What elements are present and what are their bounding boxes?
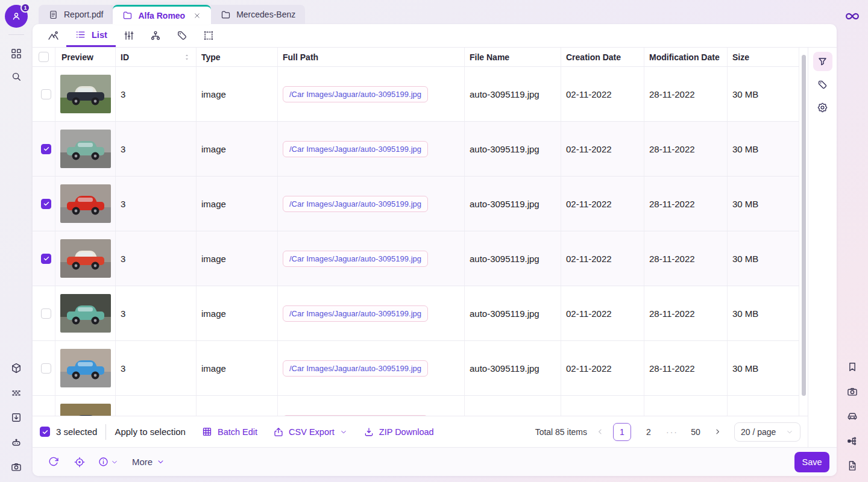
- car-photo: [60, 130, 111, 168]
- preview-thumbnail[interactable]: [60, 294, 111, 333]
- select-all-checkbox[interactable]: [39, 52, 49, 62]
- full-path-chip[interactable]: /Car Images/Jaguar/auto-3095199.jpg: [283, 251, 428, 267]
- column-header-full-path: Full Path: [278, 48, 465, 66]
- table-row[interactable]: 3 image /Car Images/Jaguar/auto-3095199.…: [33, 67, 799, 122]
- transform-icon[interactable]: [195, 24, 222, 47]
- refresh-icon[interactable]: [40, 450, 66, 474]
- filter-icon[interactable]: [813, 52, 832, 71]
- page-jump-ellipsis[interactable]: ···: [666, 427, 678, 437]
- full-path-chip[interactable]: /Car Images/Jaguar/auto-3095199.jpg: [283, 86, 428, 102]
- preview-thumbnail[interactable]: [60, 239, 111, 278]
- more-button[interactable]: More: [132, 457, 165, 467]
- file-code-icon[interactable]: [840, 454, 864, 477]
- page-button-2[interactable]: 2: [640, 423, 658, 441]
- cell-file-name: auto-3095119.jpg: [465, 67, 561, 121]
- table-row[interactable]: 3 image /Car Images/Jaguar/auto-3095199.…: [33, 396, 799, 416]
- column-header-file-name: File Name: [465, 48, 561, 66]
- page-button-50[interactable]: 50: [687, 423, 705, 441]
- vertical-scrollbar[interactable]: [802, 55, 806, 396]
- sort-icon[interactable]: [183, 53, 190, 61]
- tag-icon[interactable]: [169, 24, 195, 47]
- cell-type: image: [197, 286, 278, 340]
- tab-report-pdf[interactable]: Report.pdf: [39, 5, 113, 24]
- car-photo: [60, 184, 111, 223]
- target-icon[interactable]: [66, 450, 93, 474]
- cell-modification-date: 28-11-2022: [644, 396, 728, 416]
- zip-download-button[interactable]: ZIP Download: [363, 427, 434, 437]
- column-header-id[interactable]: ID: [116, 48, 197, 66]
- row-checkbox[interactable]: [41, 144, 51, 154]
- table-row[interactable]: 3 image /Car Images/Jaguar/auto-3095199.…: [33, 286, 799, 341]
- cell-size: 30 MB: [728, 396, 799, 416]
- right-rail: [837, 0, 868, 482]
- car-photo: [60, 404, 111, 416]
- right-tools-sidebar: [808, 48, 837, 447]
- image-icon[interactable]: [40, 24, 66, 47]
- preview-thumbnail[interactable]: [60, 349, 111, 387]
- chevron-down-icon: [110, 458, 119, 466]
- full-path-chip[interactable]: /Car Images/Jaguar/auto-3095199.jpg: [283, 305, 428, 322]
- cell-modification-date: 28-11-2022: [644, 177, 728, 231]
- tab-alfa-romeo[interactable]: Alfa Romeo: [113, 5, 211, 24]
- list-icon: [75, 29, 86, 40]
- prev-page-button[interactable]: [596, 427, 605, 436]
- car-icon[interactable]: [840, 405, 864, 428]
- bricks-icon[interactable]: [4, 381, 28, 404]
- csv-export-button[interactable]: CSV Export: [273, 427, 348, 437]
- car-photo: [60, 294, 111, 333]
- row-checkbox[interactable]: [41, 308, 51, 319]
- dashboard-grid-icon[interactable]: [4, 42, 28, 65]
- bookmark-icon[interactable]: [840, 355, 864, 378]
- row-checkbox[interactable]: [41, 363, 51, 374]
- flow-icon[interactable]: [840, 430, 864, 452]
- tab-label: Mercedes-Benz: [236, 10, 295, 19]
- cell-file-name: auto-3095119.jpg: [465, 231, 561, 286]
- cell-type: image: [197, 122, 278, 176]
- info-menu-button[interactable]: [93, 456, 124, 468]
- left-rail: 1: [0, 0, 33, 482]
- cell-file-name: auto-3095119.jpg: [465, 286, 561, 340]
- row-checkbox[interactable]: [41, 254, 51, 264]
- save-button[interactable]: Save: [794, 452, 829, 472]
- avatar[interactable]: 1: [5, 5, 28, 28]
- full-path-chip[interactable]: /Car Images/Jaguar/auto-3095199.jpg: [283, 360, 428, 377]
- table-row[interactable]: 3 image /Car Images/Jaguar/auto-3095199.…: [33, 177, 799, 231]
- tab-label: Alfa Romeo: [138, 11, 185, 20]
- column-header-size: Size: [728, 48, 799, 66]
- row-checkbox[interactable]: [41, 89, 51, 99]
- table-header: Preview ID Type Full Path File Name Crea…: [33, 48, 799, 67]
- batch-edit-button[interactable]: Batch Edit: [201, 426, 257, 437]
- cell-type: image: [197, 341, 278, 395]
- import-icon[interactable]: [4, 406, 28, 429]
- table-row[interactable]: 3 image /Car Images/Jaguar/auto-3095199.…: [33, 231, 799, 286]
- cell-type: image: [197, 177, 278, 231]
- robot-icon[interactable]: [4, 431, 28, 454]
- preview-thumbnail[interactable]: [60, 75, 111, 113]
- sitemap-icon[interactable]: [142, 24, 169, 47]
- table-row[interactable]: 3 image /Car Images/Jaguar/auto-3095199.…: [33, 341, 799, 396]
- row-checkbox[interactable]: [41, 199, 51, 209]
- table-row[interactable]: 3 image /Car Images/Jaguar/auto-3095199.…: [33, 122, 799, 177]
- preview-thumbnail[interactable]: [60, 184, 111, 223]
- gear-icon[interactable]: [813, 98, 832, 117]
- camera-icon[interactable]: [840, 380, 864, 403]
- page-button-1[interactable]: 1: [613, 423, 631, 441]
- selection-checkbox[interactable]: [40, 427, 50, 437]
- sliders-icon[interactable]: [116, 24, 142, 47]
- close-icon[interactable]: [193, 11, 201, 20]
- tag-icon[interactable]: [813, 75, 832, 94]
- page-size-select[interactable]: 20 / page: [734, 422, 800, 442]
- info-icon: [98, 456, 109, 468]
- cube-icon[interactable]: [4, 357, 28, 380]
- search-icon[interactable]: [4, 65, 28, 88]
- camera-icon[interactable]: [4, 455, 28, 478]
- main-panel: List Preview ID Type Full Path: [33, 24, 837, 476]
- preview-thumbnail[interactable]: [60, 404, 111, 416]
- preview-thumbnail[interactable]: [60, 130, 111, 168]
- next-page-button[interactable]: [713, 427, 722, 436]
- tab-mercedes-benz[interactable]: Mercedes-Benz: [211, 5, 305, 24]
- car-photo: [60, 349, 111, 387]
- full-path-chip[interactable]: /Car Images/Jaguar/auto-3095199.jpg: [283, 196, 428, 212]
- view-toggle-list[interactable]: List: [66, 24, 116, 47]
- full-path-chip[interactable]: /Car Images/Jaguar/auto-3095199.jpg: [283, 141, 428, 157]
